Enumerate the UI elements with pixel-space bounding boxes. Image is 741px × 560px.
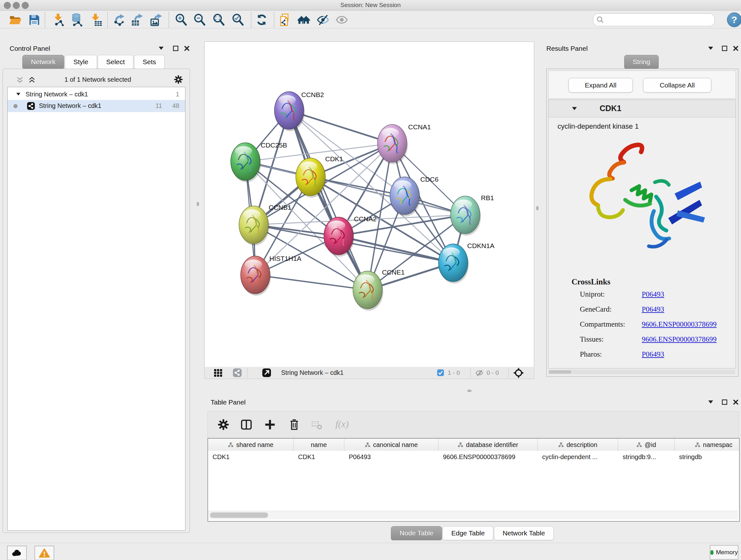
table-options-gear-icon[interactable]	[217, 419, 229, 431]
import-network-file-icon[interactable]	[52, 13, 65, 26]
node-HIST1H1A[interactable]: HIST1H1A	[241, 255, 301, 296]
column-header-shared-name[interactable]: shared name	[208, 439, 293, 451]
column-header-database-identifier[interactable]: database identifier	[439, 439, 538, 451]
results-scrollbar-thumb[interactable]	[549, 370, 571, 374]
crosslink-link[interactable]: 9606.ENSP00000378699	[642, 320, 717, 328]
network-graph[interactable]: CCNB2CCNA1CDC25BCDK1CDC6RB1CCNB1CCNA2CDK…	[205, 42, 534, 367]
external-link-icon[interactable]	[262, 368, 271, 377]
show-graphics-eye-icon[interactable]	[335, 13, 348, 26]
import-network-database-icon[interactable]	[70, 13, 83, 26]
export-network-icon[interactable]	[112, 13, 125, 26]
network-canvas[interactable]: CCNB2CCNA1CDC25BCDK1CDC6RB1CCNB1CCNA2CDK…	[204, 42, 534, 367]
save-session-icon[interactable]	[27, 13, 41, 26]
duplicate-network-icon[interactable]	[278, 13, 292, 26]
splitter-grip[interactable]	[467, 389, 472, 392]
collection-expand-icon[interactable]	[16, 92, 21, 96]
splitter-grip[interactable]	[536, 206, 539, 210]
zoom-in-icon[interactable]	[174, 13, 188, 26]
collapse-all-button[interactable]: Collapse All	[643, 78, 711, 92]
tab-edge-table[interactable]: Edge Table	[443, 526, 493, 540]
refresh-icon[interactable]	[255, 13, 268, 26]
share-view-icon[interactable]	[232, 368, 242, 377]
node-CCNE1[interactable]: CCNE1	[353, 268, 405, 311]
delete-table-icon[interactable]	[311, 419, 323, 431]
crosslink-link[interactable]: 9606.ENSP00000378699	[642, 335, 717, 344]
column-header-canonical-name[interactable]: canonical name	[344, 439, 439, 451]
node-CCNA2[interactable]: CCNA2	[324, 215, 377, 257]
network-collection-row[interactable]: String Network – cdk1 1	[8, 88, 185, 100]
delete-column-icon[interactable]	[288, 419, 300, 431]
node-CCNB2[interactable]: CCNB2	[274, 91, 324, 131]
control-panel-close-icon[interactable]	[184, 45, 190, 51]
crosslink-link[interactable]: P06493	[642, 290, 664, 299]
table-panel-collapse-icon[interactable]	[708, 400, 714, 404]
node-CCNA1[interactable]: CCNA1	[378, 123, 431, 164]
table-scrollbar-thumb[interactable]	[210, 512, 268, 518]
tab-string[interactable]: String	[624, 55, 659, 69]
results-panel-collapse-icon[interactable]	[708, 46, 714, 50]
table-cell[interactable]: 9606.ENSP00000378699	[439, 451, 538, 463]
table-cell[interactable]: CDK1	[293, 451, 344, 463]
search-input[interactable]	[607, 14, 710, 24]
open-session-icon[interactable]	[8, 13, 22, 26]
memory-button[interactable]: Memory	[710, 545, 738, 560]
crosslink-link[interactable]: P06493	[642, 305, 664, 314]
node-CDC6[interactable]: CDC6	[390, 176, 439, 216]
show-columns-icon[interactable]	[240, 419, 253, 431]
crosslink-label: GeneCard:	[580, 305, 612, 314]
results-panel-close-icon[interactable]	[733, 45, 739, 51]
hidden-eye-icon[interactable]	[475, 369, 483, 377]
grid-view-icon[interactable]	[213, 368, 223, 377]
node-CDKN1A[interactable]: CDKN1A	[439, 242, 494, 284]
edge-CCNB2-CCNE1[interactable]	[289, 111, 367, 290]
splitter-grip[interactable]	[197, 202, 199, 206]
import-table-icon[interactable]	[89, 13, 103, 26]
table-horizontal-scrollbar[interactable]	[208, 511, 738, 519]
control-panel-collapse-icon[interactable]	[158, 46, 164, 50]
table-cell[interactable]: cyclin-dependent ...	[538, 451, 618, 463]
tab-network-table[interactable]: Network Table	[494, 526, 554, 540]
zoom-selected-icon[interactable]	[231, 13, 245, 26]
control-panel-float-icon[interactable]	[173, 45, 179, 51]
hide-graphics-eye-slash-icon[interactable]	[316, 13, 330, 26]
edge-CCNE1-HIST1H1A[interactable]	[255, 275, 367, 290]
network-options-gear-icon[interactable]	[174, 75, 183, 84]
node-RB1[interactable]: RB1	[451, 194, 494, 236]
zoom-fit-icon[interactable]	[212, 13, 225, 26]
protein-card-header[interactable]: CDK1	[549, 100, 736, 118]
expand-all-button[interactable]: Expand All	[568, 78, 633, 92]
table-panel-close-icon[interactable]	[733, 399, 739, 405]
network-row-selected[interactable]: String Network – cdk1 11 48	[8, 100, 185, 112]
table-cell[interactable]: stringdb:9...	[618, 451, 675, 463]
warning-button[interactable]	[35, 546, 54, 560]
cloud-button[interactable]	[7, 546, 27, 560]
tab-node-table[interactable]: Node Table	[391, 526, 442, 540]
column-header-name[interactable]: name	[293, 439, 344, 451]
edge-CCNB2-CCNA1[interactable]	[289, 111, 392, 143]
table-cell[interactable]: stringdb	[675, 451, 740, 463]
selected-count: 1 - 0	[448, 369, 460, 376]
table-cell[interactable]: CDK1	[208, 451, 293, 463]
table-cell[interactable]: P06493	[344, 451, 439, 463]
export-image-icon[interactable]	[150, 13, 163, 26]
table-row[interactable]: CDK1CDK1P064939606.ENSP00000378699cyclin…	[208, 451, 740, 463]
export-table-icon[interactable]	[131, 13, 144, 26]
column-header-@id[interactable]: @id	[618, 439, 675, 451]
column-header-description[interactable]: description	[538, 439, 618, 451]
help-button[interactable]: ?	[727, 12, 741, 27]
results-scrollbar[interactable]	[548, 370, 735, 374]
crosslink-link[interactable]: P06493	[642, 350, 664, 359]
selected-checkbox-icon[interactable]	[437, 369, 444, 376]
table-panel-float-icon[interactable]	[722, 399, 728, 405]
protein-card-collapse-icon[interactable]	[571, 106, 577, 111]
results-panel-float-icon[interactable]	[722, 45, 728, 51]
birdseye-view-icon[interactable]	[513, 367, 524, 379]
tab-style[interactable]: Style	[65, 55, 97, 69]
column-header-namespac[interactable]: namespac	[675, 439, 740, 451]
add-column-icon[interactable]	[264, 419, 276, 431]
tab-network[interactable]: Network	[22, 55, 64, 69]
string-home-icon[interactable]	[297, 13, 311, 26]
tab-select[interactable]: Select	[98, 55, 133, 69]
zoom-out-icon[interactable]	[193, 13, 206, 26]
tab-sets[interactable]: Sets	[134, 55, 165, 69]
